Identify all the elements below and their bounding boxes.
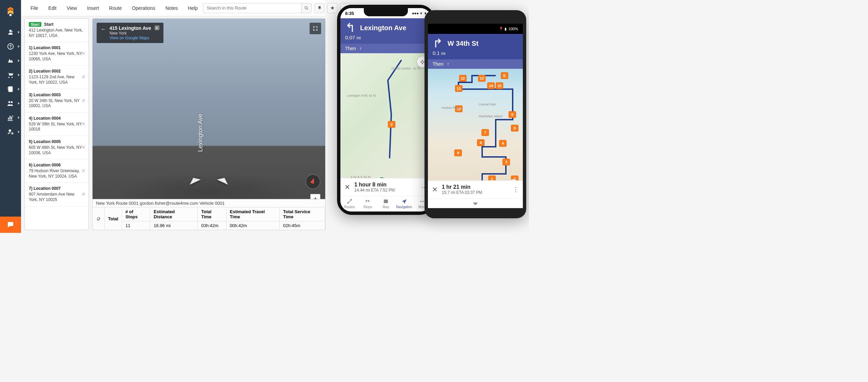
nav-help[interactable]: ? — [0, 39, 21, 54]
nav-routes[interactable] — [0, 54, 21, 68]
menu-file[interactable]: File — [26, 3, 43, 13]
compass-icon[interactable] — [305, 174, 320, 189]
notifications-button[interactable] — [314, 3, 324, 13]
waypoint-marker[interactable]: E — [501, 72, 508, 79]
android-map[interactable]: 12 13 11 14 15 E 10 9 8 7 6 5 4 3 1 2 Hu… — [428, 69, 523, 195]
svg-point-0 — [9, 14, 12, 16]
svg-point-6 — [8, 101, 10, 103]
straight-icon: ↑ — [447, 61, 449, 67]
footer-gear-icon[interactable] — [93, 207, 105, 230]
sv-dropdown-icon[interactable]: ▾ — [155, 25, 159, 30]
stop-item[interactable]: 6) Location 0006 79 Hudson River Greenwa… — [25, 159, 88, 183]
svg-rect-3 — [8, 86, 13, 92]
menu-route[interactable]: Route — [104, 3, 126, 13]
tab-stops[interactable]: Stops — [359, 196, 377, 212]
left-nav-rail: ? — [0, 0, 21, 233]
nav-user-settings[interactable] — [0, 125, 21, 139]
straight-icon: ↑ — [359, 46, 362, 51]
svg-point-17 — [422, 201, 423, 202]
android-nav-header: ↱ W 34th St 0.1 mi — [428, 34, 523, 59]
menu-view[interactable]: View — [62, 3, 82, 13]
nav-arrow-left[interactable] — [188, 175, 201, 185]
tab-navigation[interactable]: Navigation — [395, 196, 413, 212]
nav-address-book[interactable] — [0, 82, 21, 96]
ios-map[interactable]: 2 Lexington AV/E 42 St Grand Central - 4… — [340, 53, 431, 192]
stop-start[interactable]: StartStart 412 Lexington Ave, New York, … — [25, 19, 88, 42]
svg-line-11 — [307, 8, 308, 9]
notch — [364, 8, 408, 16]
stop-item[interactable]: 5) Location 0005 605 W 48th St, New York… — [25, 136, 88, 159]
back-arrow-icon[interactable]: ← — [101, 25, 106, 32]
svg-point-7 — [11, 101, 13, 103]
waypoint-marker[interactable]: 13 — [478, 75, 486, 82]
fullscreen-button[interactable] — [310, 23, 321, 34]
nav-orders[interactable] — [0, 68, 21, 82]
close-icon[interactable]: ✕ — [432, 185, 438, 194]
view-google-maps-link[interactable]: View on Google Maps — [110, 36, 151, 40]
remove-stop-icon[interactable]: ✕ — [81, 144, 86, 150]
waypoint-marker[interactable]: 2 — [388, 121, 395, 128]
stop-item[interactable]: 2) Location 0002 1123-1129 2nd Ave, New … — [25, 65, 88, 89]
tab-routes[interactable]: Routes — [340, 196, 359, 212]
menu-notes[interactable]: Notes — [161, 3, 183, 13]
stops-sidebar[interactable]: StartStart 412 Lexington Ave, New York, … — [24, 18, 89, 230]
waypoint-marker[interactable]: 8 — [477, 139, 485, 146]
nav-arrows — [188, 178, 230, 182]
android-back-bar — [428, 198, 523, 208]
menu-help[interactable]: Help — [183, 3, 202, 13]
remove-stop-icon[interactable]: ✕ — [81, 74, 86, 80]
ios-nav-header: ⋮ ↰ Lexington Ave 0.07 mi — [340, 18, 431, 44]
remove-stop-icon[interactable]: ✕ — [81, 121, 86, 127]
svg-rect-5 — [8, 89, 8, 90]
svg-text:?: ? — [9, 44, 12, 49]
nav-add-user[interactable] — [0, 25, 21, 39]
app-logo[interactable] — [4, 5, 17, 18]
chat-button[interactable] — [0, 217, 21, 233]
waypoint-marker[interactable]: 6 — [509, 111, 516, 118]
search-box — [203, 3, 312, 13]
more-icon[interactable]: ⋮ — [513, 186, 519, 193]
nav-team[interactable] — [0, 96, 21, 110]
waypoint-marker[interactable]: 15 — [496, 82, 503, 89]
route-label: New York Route 0001 gordon.fisher@route4… — [93, 199, 325, 207]
waypoint-marker[interactable]: 11 — [455, 85, 462, 92]
waypoint-marker[interactable]: 4 — [499, 140, 507, 147]
stop-item[interactable]: 4) Location 0004 528 W 39th St, New York… — [25, 113, 88, 136]
stop-item[interactable]: 1) Location 0001 1230 York Ave, New York… — [25, 42, 88, 65]
menu-insert[interactable]: Insert — [82, 3, 104, 13]
remove-stop-icon[interactable]: ✕ — [81, 98, 86, 104]
turn-left-icon: ↰ — [345, 22, 355, 34]
street-name-overlay: Lexington Ave — [197, 114, 204, 152]
remove-stop-icon[interactable]: ✕ — [81, 191, 86, 197]
nav-arrow-right[interactable] — [217, 175, 230, 185]
menu-operations[interactable]: Operations — [127, 3, 160, 13]
waypoint-marker[interactable]: 14 — [487, 82, 495, 89]
waypoint-marker[interactable]: 9 — [454, 149, 462, 156]
waypoint-marker[interactable]: 12 — [459, 75, 467, 82]
menu-edit[interactable]: Edit — [44, 3, 61, 13]
ios-footer: ✕ 1 hour 8 min 14.44 mi ETA 7:52 PM ⋯ Ro… — [340, 178, 431, 212]
remove-stop-icon[interactable]: ✕ — [81, 168, 86, 174]
search-input[interactable] — [203, 3, 312, 13]
stop-item[interactable]: 7) Location 0007 907 Amsterdam Ave New Y… — [25, 183, 88, 206]
favorites-button[interactable] — [327, 3, 337, 13]
waypoint-marker[interactable]: 7 — [481, 129, 489, 136]
remove-stop-icon[interactable]: ✕ — [81, 51, 86, 57]
route-summary-footer: New York Route 0001 gordon.fisher@route4… — [93, 199, 325, 230]
search-button[interactable] — [301, 3, 311, 13]
tab-map[interactable]: Map — [377, 196, 395, 212]
svg-point-10 — [305, 6, 307, 9]
ios-phone-mockup: 6:35●●● ᯤ ▮ ⋮ ↰ Lexington Ave 0.07 mi Th… — [337, 5, 435, 215]
waypoint-marker[interactable]: 5 — [511, 125, 518, 132]
nav-analytics[interactable] — [0, 110, 21, 125]
svg-point-14 — [366, 200, 368, 202]
close-icon[interactable]: ✕ — [344, 183, 350, 191]
android-footer: ✕ 1 hr 21 min 15.7 mi ETA 03:37 PM ⋮ — [428, 180, 523, 208]
top-menu-bar: File Edit View Insert Route Operations N… — [21, 0, 326, 16]
svg-point-8 — [9, 129, 11, 132]
stop-item[interactable]: 3) Location 0003 20 W 34th St, New York,… — [25, 89, 88, 113]
android-phone-mockup: 📍 ▮100% ↱ W 34th St 0.1 mi Then↑ 12 13 1… — [425, 10, 526, 218]
start-badge: Start — [29, 22, 41, 27]
waypoint-marker[interactable]: 3 — [502, 159, 510, 165]
street-view-panel[interactable]: ← 415 Lexington Ave New York View on Goo… — [92, 18, 326, 230]
